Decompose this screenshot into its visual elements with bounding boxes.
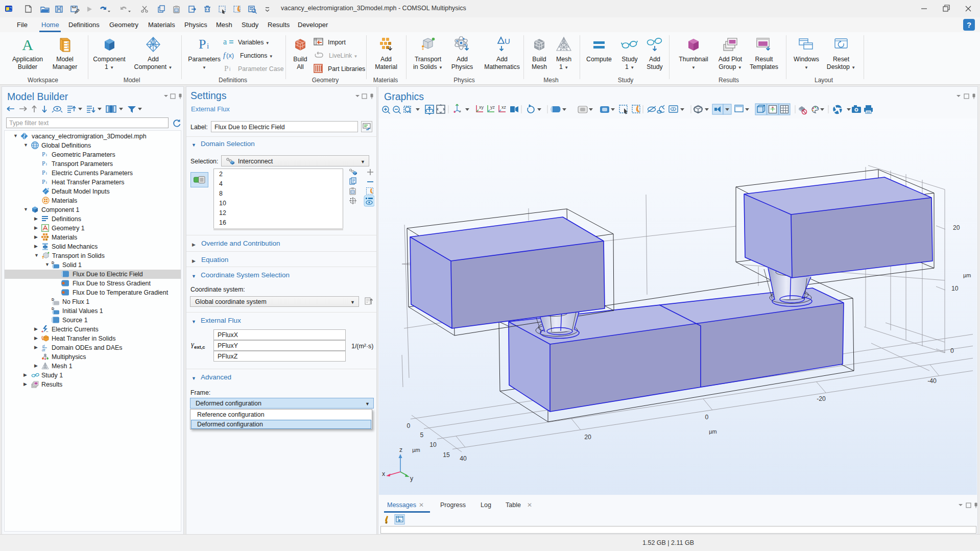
svg-text:i: i (46, 171, 47, 176)
svg-text:D: D (52, 298, 54, 301)
svg-text:P: P (199, 37, 206, 52)
svg-text:z: z (399, 446, 402, 453)
svg-text:0: 0 (705, 414, 709, 421)
svg-text:P: P (224, 64, 228, 73)
svg-text:i: i (46, 153, 47, 157)
svg-text:i: i (46, 180, 47, 185)
svg-text:20: 20 (584, 434, 591, 441)
svg-text:5: 5 (420, 432, 424, 439)
svg-text:−: − (46, 329, 49, 333)
svg-text:20: 20 (953, 224, 960, 231)
svg-text:U: U (505, 37, 510, 45)
svg-text:-20: -20 (817, 395, 826, 402)
svg-text:0: 0 (950, 347, 954, 354)
svg-text:i: i (229, 66, 230, 72)
svg-text:xz: xz (501, 105, 507, 110)
svg-text:10: 10 (429, 441, 437, 448)
svg-text:µm: µm (709, 428, 717, 435)
svg-text:y: y (410, 475, 414, 482)
svg-text:yz: yz (490, 105, 495, 110)
svg-text:(x): (x) (226, 52, 234, 59)
svg-text:+: + (41, 330, 43, 333)
svg-text:A: A (22, 36, 33, 53)
svg-text:40: 40 (460, 455, 467, 462)
svg-text:µm: µm (963, 272, 971, 278)
svg-text:P: P (42, 169, 45, 176)
svg-text:D: D (52, 261, 54, 265)
svg-text:x: x (382, 470, 385, 477)
svg-text:a: a (223, 37, 227, 46)
svg-text:P: P (42, 160, 45, 167)
svg-text:0: 0 (407, 422, 411, 429)
svg-text:15: 15 (443, 451, 450, 459)
svg-text:i: i (46, 162, 47, 166)
svg-text:10: 10 (951, 285, 959, 292)
svg-text:P: P (42, 151, 45, 158)
svg-text:P: P (42, 178, 45, 185)
svg-text:i: i (207, 42, 209, 50)
svg-text:µm: µm (412, 447, 420, 453)
svg-text:dt: dt (42, 348, 45, 351)
svg-text:xy: xy (479, 105, 484, 110)
svg-text:D: D (52, 307, 54, 310)
svg-text:-40: -40 (927, 377, 937, 385)
